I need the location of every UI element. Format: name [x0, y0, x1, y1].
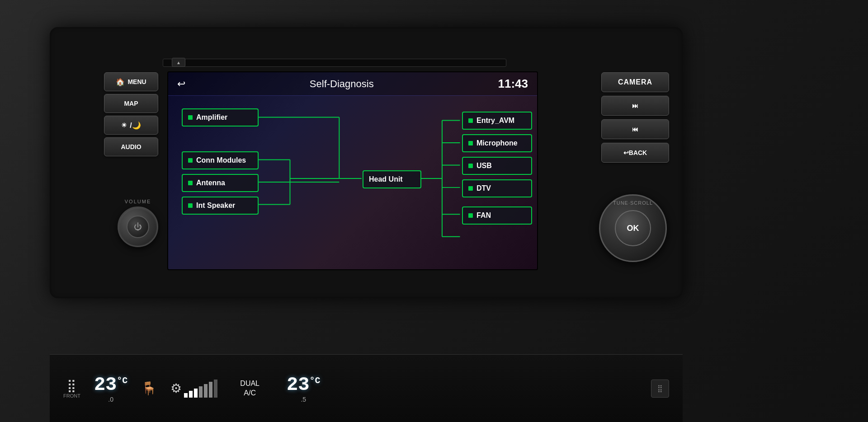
conn-modules-box[interactable]: Conn Modules	[182, 151, 259, 169]
screen-title: Self-Diagnosis	[185, 78, 498, 90]
microphone-label: Microphone	[476, 139, 518, 147]
display-icon: ☀	[121, 122, 127, 129]
audio-label: AUDIO	[121, 143, 141, 150]
status-dot	[468, 213, 473, 218]
status-dot	[468, 164, 473, 168]
fan-icon: ⚙	[170, 381, 182, 396]
fan-speed-bar	[184, 380, 217, 398]
antenna-label: Antenna	[196, 179, 225, 187]
dual-ac-label: DUAL A/C	[240, 379, 259, 398]
fan-seg-2	[189, 391, 193, 398]
rear-defroster-button[interactable]: ⣿	[651, 380, 669, 398]
ok-button[interactable]: OK	[615, 210, 651, 246]
right-temp-decimal: .5	[287, 396, 320, 403]
front-label: FRONT	[63, 393, 80, 399]
tune-scroll-knob[interactable]: TUNE·SCROLL OK	[599, 194, 667, 262]
fan-seg-5	[204, 384, 208, 398]
left-nav-buttons: 🏠 MENU MAP ☀ /🌙 AUDIO	[104, 72, 163, 156]
display-button[interactable]: ☀ /🌙	[104, 116, 158, 135]
volume-label: VOLUME	[125, 199, 151, 204]
fan-seg-4	[199, 386, 203, 398]
status-dot	[468, 118, 473, 123]
ac-label: A/C	[240, 389, 259, 398]
entry-avm-box[interactable]: Entry_AVM	[462, 112, 532, 130]
skip-forward-icon: ⏭	[632, 102, 638, 109]
back-icon: ↩	[177, 78, 185, 89]
status-dot	[468, 186, 473, 191]
right-temp-unit: °C	[309, 375, 320, 386]
status-dot	[188, 158, 193, 163]
dual-ac-display: DUAL A/C	[240, 379, 259, 398]
power-button[interactable]: ⏻	[127, 216, 149, 238]
volume-knob[interactable]: ⏻	[118, 206, 158, 247]
map-label: MAP	[124, 100, 138, 107]
status-dot	[188, 115, 193, 120]
cd-slot	[163, 59, 506, 67]
audio-button[interactable]: AUDIO	[104, 137, 158, 156]
left-temp-value: 23°C	[94, 374, 127, 396]
map-button[interactable]: MAP	[104, 94, 158, 113]
right-temp-value: 23°C	[287, 374, 320, 396]
front-defroster: ⣿ FRONT	[63, 378, 80, 399]
seat-heat-icon: 🪑	[141, 381, 157, 396]
usb-box[interactable]: USB	[462, 157, 532, 175]
right-temp-display: 23°C .5	[287, 374, 320, 403]
back-button-screen[interactable]: ↩	[177, 78, 185, 90]
status-dot	[188, 203, 193, 208]
camera-button[interactable]: CAMERA	[601, 72, 669, 92]
head-unit-bezel: ▲ 🏠 MENU MAP ☀ /🌙 AUDIO VOLUME ⏻ ↩	[50, 27, 683, 298]
dtv-box[interactable]: DTV	[462, 179, 532, 197]
fan-seg-7	[214, 380, 217, 398]
amplifier-box[interactable]: Amplifier	[182, 108, 259, 127]
int-speaker-label: Int Speaker	[196, 202, 235, 210]
tune-scroll-section: TUNE·SCROLL OK	[597, 194, 669, 271]
antenna-box[interactable]: Antenna	[182, 174, 259, 192]
moon-icon: /🌙	[130, 121, 141, 130]
fan-seg-3	[194, 389, 198, 398]
head-unit-label: Head Unit	[369, 175, 403, 183]
skip-back-button[interactable]: ⏮	[601, 119, 669, 139]
defroster-icon: ⣿	[67, 378, 76, 393]
back-label: ↩BACK	[623, 149, 647, 156]
menu-button[interactable]: 🏠 MENU	[104, 72, 158, 91]
eject-button[interactable]: ▲	[172, 58, 185, 67]
climate-control-bar: ⣿ FRONT 23°C .0 🪑 ⚙ DUAL A/C	[50, 354, 683, 422]
tune-scroll-label: TUNE·SCROLL	[613, 200, 653, 206]
fan-seg-6	[209, 382, 212, 398]
diagram-area: Amplifier Conn Modules Antenna Int Speak…	[168, 96, 537, 268]
status-dot	[468, 141, 473, 145]
clock-display: 11:43	[498, 77, 528, 91]
ok-label: OK	[627, 224, 639, 233]
left-temp-decimal: .0	[94, 396, 127, 403]
camera-label: CAMERA	[618, 78, 652, 86]
screen-header: ↩ Self-Diagnosis 11:43	[168, 72, 537, 96]
fan-seg-1	[184, 393, 188, 398]
dual-label: DUAL	[240, 379, 259, 389]
main-screen: ↩ Self-Diagnosis 11:43	[167, 71, 538, 270]
menu-label: MENU	[127, 78, 146, 85]
microphone-box[interactable]: Microphone	[462, 134, 532, 152]
dtv-label: DTV	[476, 184, 491, 192]
volume-section: VOLUME ⏻	[111, 199, 165, 253]
entry-avm-label: Entry_AVM	[476, 117, 514, 125]
left-temp-unit: °C	[117, 375, 127, 386]
status-dot	[188, 181, 193, 185]
skip-forward-button[interactable]: ⏭	[601, 96, 669, 116]
left-temp-display: 23°C .0	[94, 374, 127, 403]
right-buttons-panel: CAMERA ⏭ ⏮ ↩BACK	[601, 72, 674, 163]
fan-control: ⚙	[170, 380, 217, 398]
fan-box[interactable]: FAN	[462, 206, 532, 225]
seat-icon: 🪑	[141, 381, 157, 395]
left-temp-number: 23	[94, 374, 117, 396]
back-button[interactable]: ↩BACK	[601, 143, 669, 163]
power-icon: ⏻	[134, 222, 142, 232]
skip-back-icon: ⏮	[632, 126, 638, 133]
right-temp-number: 23	[287, 374, 309, 396]
int-speaker-box[interactable]: Int Speaker	[182, 197, 259, 215]
usb-label: USB	[476, 162, 492, 170]
amplifier-label: Amplifier	[196, 113, 227, 122]
right-climate-controls: ⣿	[651, 380, 669, 398]
head-unit-box[interactable]: Head Unit	[363, 170, 421, 188]
conn-modules-label: Conn Modules	[196, 156, 246, 164]
home-icon: 🏠	[116, 78, 125, 86]
